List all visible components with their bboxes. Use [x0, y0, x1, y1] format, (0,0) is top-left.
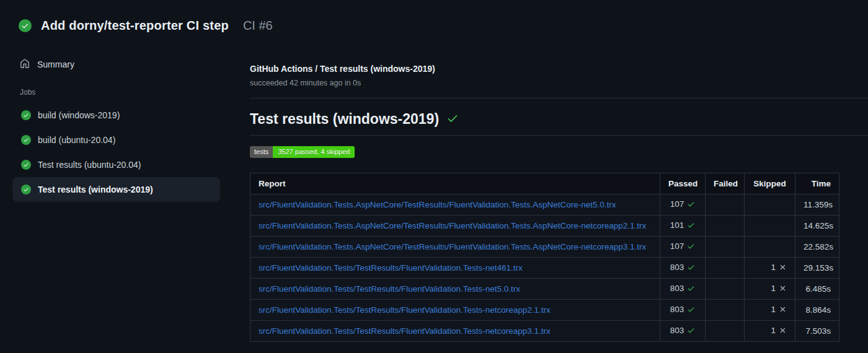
run-number: CI #6: [243, 19, 273, 33]
section-heading-row: Test results (windows-2019): [250, 111, 868, 128]
checks-page: Add dorny/test-reporter CI step CI #6 Su…: [0, 0, 868, 353]
sidebar-item-summary[interactable]: Summary: [12, 53, 220, 76]
passed-check-icon: [687, 200, 695, 210]
heading-check-icon: [446, 112, 459, 127]
time-cell: 14.625s: [795, 216, 839, 237]
failed-cell: [706, 216, 745, 237]
col-header-failed: Failed: [706, 173, 745, 194]
col-header-passed: Passed: [660, 173, 706, 194]
table-row: src/FluentValidation.Tests.AspNetCore/Te…: [250, 237, 839, 258]
skipped-cell: [745, 216, 795, 237]
col-header-time: Time: [795, 173, 839, 194]
table-row: src/FluentValidation.Tests/TestResults/F…: [250, 258, 839, 279]
tests-badge-label: tests: [250, 146, 273, 158]
skipped-cell: 1: [745, 279, 795, 300]
report-cell: src/FluentValidation.Tests/TestResults/F…: [250, 321, 660, 342]
passed-check-icon: [687, 221, 695, 231]
passed-cell: 107: [660, 194, 706, 216]
run-title: Add dorny/test-reporter CI step: [41, 19, 229, 33]
failed-cell: [706, 279, 745, 300]
main-content: GitHub Actions / Test results (windows-2…: [250, 64, 868, 342]
sidebar-job-item[interactable]: Test results (ubuntu-20.04): [12, 152, 220, 177]
skipped-x-icon: [779, 326, 787, 336]
time-cell: 22.582s: [795, 237, 839, 258]
passed-cell: 107: [660, 237, 706, 258]
passed-cell: 803: [660, 300, 706, 321]
run-header: Add dorny/test-reporter CI step CI #6: [19, 19, 273, 33]
col-header-skipped: Skipped: [745, 173, 795, 194]
table-row: src/FluentValidation.Tests/TestResults/F…: [250, 300, 839, 321]
report-link[interactable]: src/FluentValidation.Tests.AspNetCore/Te…: [259, 242, 646, 251]
time-cell: 6.485s: [795, 279, 839, 300]
check-run-status: succeeded 42 minutes ago in 0s: [250, 79, 868, 87]
passed-check-icon: [687, 263, 695, 273]
passed-check-icon: [687, 326, 695, 336]
skipped-x-icon: [779, 284, 787, 294]
report-link[interactable]: src/FluentValidation.Tests/TestResults/F…: [259, 263, 523, 272]
table-row: src/FluentValidation.Tests.AspNetCore/Te…: [250, 216, 839, 237]
skipped-x-icon: [779, 263, 787, 273]
report-link[interactable]: src/FluentValidation.Tests.AspNetCore/Te…: [259, 200, 616, 209]
report-cell: src/FluentValidation.Tests/TestResults/F…: [250, 279, 660, 300]
skipped-cell: 1: [745, 321, 795, 342]
section-heading: Test results (windows-2019): [250, 111, 439, 128]
sidebar-job-item[interactable]: build (windows-2019): [12, 103, 220, 128]
sidebar-jobs-heading: Jobs: [20, 88, 220, 97]
time-cell: 29.153s: [795, 258, 839, 279]
passed-check-icon: [687, 284, 695, 294]
job-label: build (windows-2019): [38, 110, 120, 120]
test-results-table: Report Passed Failed Skipped Time src/Fl…: [250, 173, 839, 342]
passed-cell: 803: [660, 258, 706, 279]
skipped-cell: [745, 194, 795, 216]
passed-cell: 803: [660, 279, 706, 300]
job-success-check-icon: [21, 160, 31, 170]
table-header-row: Report Passed Failed Skipped Time: [250, 173, 839, 194]
sidebar-job-item[interactable]: build (ubuntu-20.04): [12, 128, 220, 152]
table-row: src/FluentValidation.Tests.AspNetCore/Te…: [250, 194, 839, 216]
skipped-cell: 1: [745, 300, 795, 321]
passed-cell: 803: [660, 321, 706, 342]
failed-cell: [706, 300, 745, 321]
failed-cell: [706, 194, 745, 216]
report-cell: src/FluentValidation.Tests.AspNetCore/Te…: [250, 237, 660, 258]
report-cell: src/FluentValidation.Tests/TestResults/F…: [250, 300, 660, 321]
tests-badge-value: 3527 passed, 4 skipped: [273, 146, 355, 158]
time-cell: 8.864s: [795, 300, 839, 321]
tests-badge: tests 3527 passed, 4 skipped: [250, 146, 355, 158]
run-success-check-icon: [19, 19, 32, 32]
home-icon: [20, 59, 30, 71]
skipped-cell: 1: [745, 258, 795, 279]
table-row: src/FluentValidation.Tests/TestResults/F…: [250, 279, 839, 300]
divider: [250, 135, 868, 136]
job-success-check-icon: [21, 110, 31, 120]
report-link[interactable]: src/FluentValidation.Tests/TestResults/F…: [259, 326, 551, 336]
col-header-report: Report: [250, 173, 660, 194]
skipped-x-icon: [779, 305, 787, 315]
passed-check-icon: [687, 242, 695, 252]
passed-check-icon: [687, 305, 695, 315]
sidebar-job-item[interactable]: Test results (windows-2019): [12, 177, 220, 202]
table-row: src/FluentValidation.Tests/TestResults/F…: [250, 321, 839, 342]
skipped-cell: [745, 237, 795, 258]
time-cell: 11.359s: [795, 194, 839, 216]
report-cell: src/FluentValidation.Tests/TestResults/F…: [250, 258, 660, 279]
job-label: Test results (ubuntu-20.04): [38, 160, 141, 170]
job-success-check-icon: [21, 135, 31, 145]
check-run-title: GitHub Actions / Test results (windows-2…: [250, 64, 868, 74]
job-success-check-icon: [21, 185, 31, 194]
job-label: Test results (windows-2019): [38, 185, 153, 194]
failed-cell: [706, 321, 745, 342]
report-link[interactable]: src/FluentValidation.Tests/TestResults/F…: [259, 284, 520, 294]
failed-cell: [706, 258, 745, 279]
report-link[interactable]: src/FluentValidation.Tests/TestResults/F…: [259, 305, 551, 315]
job-list: build (windows-2019) build (ubuntu-20.04…: [12, 103, 220, 202]
divider: [250, 98, 868, 98]
report-link[interactable]: src/FluentValidation.Tests.AspNetCore/Te…: [259, 221, 646, 230]
passed-cell: 101: [660, 216, 706, 237]
sidebar-summary-label: Summary: [37, 59, 74, 69]
failed-cell: [706, 237, 745, 258]
time-cell: 7.503s: [795, 321, 839, 342]
job-label: build (ubuntu-20.04): [38, 135, 115, 145]
report-cell: src/FluentValidation.Tests.AspNetCore/Te…: [250, 216, 660, 237]
report-cell: src/FluentValidation.Tests.AspNetCore/Te…: [250, 194, 660, 216]
